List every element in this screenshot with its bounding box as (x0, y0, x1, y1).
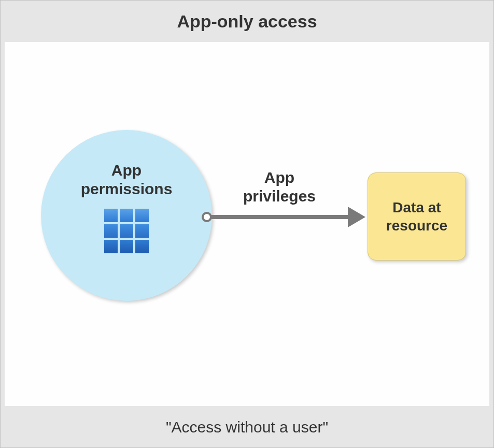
app-permissions-label: App permissions (81, 161, 173, 198)
diagram-title: App-only access (1, 1, 493, 42)
arrow-label: App privileges (222, 168, 336, 206)
privileges-arrow (202, 211, 368, 223)
diagram-canvas: App permissions App privileges Data at r… (5, 42, 489, 406)
arrow-line (210, 215, 351, 219)
arrow-head-icon (348, 207, 365, 227)
data-resource-node: Data at resource (368, 172, 466, 261)
app-grid-icon (104, 209, 149, 253)
diagram-footer: "Access without a user" (1, 407, 493, 447)
diagram-frame: App-only access App permissions App priv… (0, 0, 494, 448)
app-permissions-node: App permissions (41, 130, 212, 301)
data-resource-label: Data at resource (386, 198, 447, 235)
